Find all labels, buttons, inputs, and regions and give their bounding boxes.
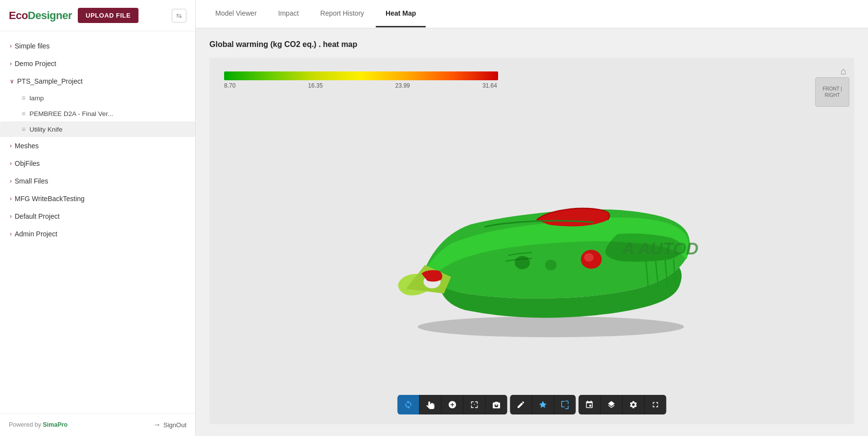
toolbar-btn-fit[interactable]: [464, 395, 485, 414]
toolbar-group-navigate: [398, 395, 507, 414]
tab-bar: Model Viewer Impact Report History Heat …: [196, 0, 868, 28]
sidebar-item-mfg-writeback[interactable]: › MFG WriteBackTesting: [0, 190, 195, 207]
signout-icon: →: [153, 420, 161, 429]
chevron-right-icon: ›: [10, 142, 12, 149]
body-detail-1: [515, 256, 530, 269]
toolbar-btn-edit[interactable]: [510, 395, 532, 414]
powered-by-label: Powered by SimaPro: [9, 421, 68, 428]
3d-model-area: A AUTODESK: [209, 58, 854, 424]
sidebar-item-demo-project[interactable]: › Demo Project: [0, 55, 195, 72]
chevron-right-icon: ›: [10, 178, 12, 184]
sidebar-item-utility-knife[interactable]: ≡ Utility Knife: [0, 121, 195, 137]
toolbar-group-view: [579, 395, 666, 414]
toolbar-btn-zoom[interactable]: [442, 395, 463, 414]
sidebar-item-default-project[interactable]: › Default Project: [0, 207, 195, 225]
edit-icon: [517, 400, 525, 409]
sidebar-item-label: Utility Knife: [29, 126, 63, 133]
chevron-right-icon: ›: [10, 160, 12, 167]
document-icon: ≡: [22, 125, 25, 133]
pan-icon: [426, 400, 435, 409]
sidebar: EcoDesigner UPLOAD FILE ⇆ › Simple files…: [0, 0, 196, 436]
sidebar-item-label: PEMBREE D2A - Final Ver...: [29, 110, 113, 117]
sidebar-item-pembree[interactable]: ≡ PEMBREE D2A - Final Ver...: [0, 106, 195, 121]
chevron-right-icon: ›: [10, 195, 12, 202]
toolbar-btn-pan[interactable]: [420, 395, 441, 414]
sidebar-item-label: ObjFiles: [15, 160, 40, 167]
knife-model-svg: A AUTODESK: [365, 138, 698, 344]
sidebar-item-label: MFG WriteBackTesting: [15, 195, 85, 203]
tab-model-viewer[interactable]: Model Viewer: [206, 0, 267, 27]
sidebar-item-label: lamp: [29, 94, 44, 102]
tab-impact[interactable]: Impact: [269, 0, 309, 27]
sidebar-item-label: Admin Project: [15, 230, 57, 238]
toolbar-btn-section[interactable]: [554, 395, 576, 414]
sidebar-footer: Powered by SimaPro → SignOut: [0, 413, 195, 436]
viewer-toolbar: [398, 395, 666, 414]
sidebar-item-label: Small Files: [15, 177, 48, 185]
main-content: Model Viewer Impact Report History Heat …: [196, 0, 868, 436]
sidebar-item-label: PTS_Sample_Project: [17, 77, 83, 85]
model-shadow: [418, 316, 684, 337]
collapse-sidebar-button[interactable]: ⇆: [172, 9, 186, 23]
rotate-icon: [404, 400, 413, 409]
upload-file-button[interactable]: UPLOAD FILE: [78, 8, 138, 23]
sidebar-item-lamp[interactable]: ≡ lamp: [0, 90, 195, 106]
signout-label: SignOut: [163, 421, 186, 429]
app-logo: EcoDesigner: [9, 9, 72, 22]
toolbar-btn-camera[interactable]: [486, 395, 507, 414]
body-detail-2: [545, 259, 556, 270]
sidebar-navigation: › Simple files › Demo Project ∨ PTS_Samp…: [0, 31, 195, 413]
sidebar-item-obj-files[interactable]: › ObjFiles: [0, 155, 195, 172]
hierarchy-icon: [585, 400, 594, 409]
sidebar-item-small-files[interactable]: › Small Files: [0, 172, 195, 190]
toolbar-btn-hierarchy[interactable]: [579, 395, 600, 414]
toolbar-btn-layers[interactable]: [601, 395, 622, 414]
tab-report-history[interactable]: Report History: [311, 0, 374, 27]
toolbar-btn-rotate[interactable]: [398, 395, 419, 414]
sidebar-item-simple-files[interactable]: › Simple files: [0, 37, 195, 55]
toolbar-btn-settings[interactable]: [623, 395, 644, 414]
section-icon: [561, 400, 570, 409]
toolbar-group-edit: [510, 395, 576, 414]
chevron-right-icon: ›: [10, 60, 12, 67]
heatmap-title: Global warming (kg CO2 eq.) . heat map: [209, 40, 854, 49]
chevron-down-icon: ∨: [10, 78, 14, 85]
sidebar-item-label: Demo Project: [15, 60, 56, 68]
autodesk-logo-text: A AUTODESK: [622, 239, 698, 258]
camera-icon: [492, 400, 501, 409]
sidebar-item-admin-project[interactable]: › Admin Project: [0, 225, 195, 243]
toolbar-btn-fullscreen[interactable]: [645, 395, 666, 414]
chevron-right-icon: ›: [10, 213, 12, 220]
fit-icon: [470, 400, 479, 409]
sidebar-header: EcoDesigner UPLOAD FILE ⇆: [0, 0, 195, 31]
sidebar-item-meshes[interactable]: › Meshes: [0, 137, 195, 155]
document-icon: ≡: [22, 110, 25, 117]
settings-icon: [629, 400, 638, 409]
layers-icon: [607, 400, 616, 409]
sidebar-item-label: Meshes: [15, 142, 39, 150]
sidebar-item-label: Simple files: [15, 42, 50, 50]
zoom-icon: [448, 400, 457, 409]
toolbar-btn-explode[interactable]: [532, 395, 554, 414]
sidebar-item-label: Default Project: [15, 212, 60, 220]
logo-eco: Eco: [9, 9, 28, 22]
explode-icon: [539, 400, 548, 409]
viewer-container[interactable]: 8.70 16.35 23.99 31.64 ⌂ FRONT | RIGHT: [209, 58, 854, 424]
simapro-link[interactable]: SimaPro: [43, 421, 68, 428]
sidebar-item-pts-sample[interactable]: ∨ PTS_Sample_Project: [0, 72, 195, 90]
red-button-highlight: [584, 253, 594, 261]
document-icon: ≡: [22, 94, 25, 102]
chevron-right-icon: ›: [10, 43, 12, 49]
fullscreen-icon: [651, 400, 660, 409]
signout-button[interactable]: → SignOut: [153, 420, 186, 429]
content-area: Global warming (kg CO2 eq.) . heat map 8…: [196, 28, 868, 436]
tab-heat-map[interactable]: Heat Map: [376, 0, 426, 27]
chevron-right-icon: ›: [10, 230, 12, 237]
logo-designer: Designer: [28, 9, 72, 22]
